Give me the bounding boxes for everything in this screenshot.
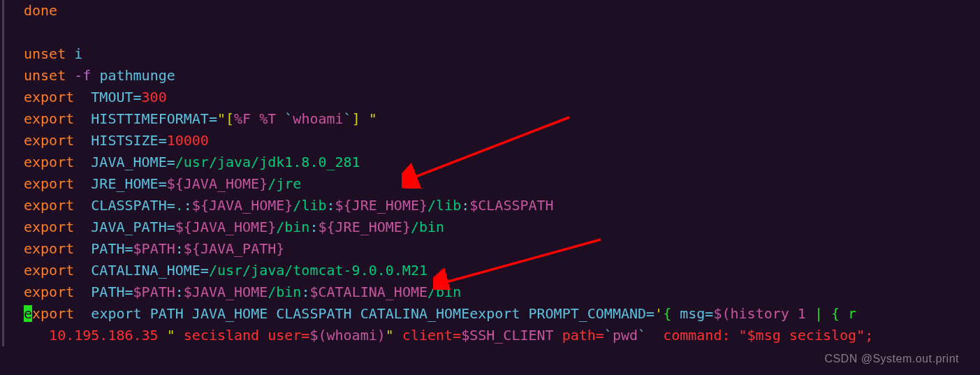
string: client= [394,327,461,344]
var-expr: $JAVA_HOME [184,284,268,300]
backtick: ` [604,327,613,344]
number: 300 [142,89,167,105]
pipe: | [814,305,823,322]
format: %F %T [234,110,276,127]
code-line: export JAVA_HOME=/usr/java/jdk1.8.0_281 [24,152,980,173]
var-expr: $SSH_CLIENT [461,327,553,344]
colon: : [461,197,469,214]
var-expr: ${JAVA_HOME} [192,197,293,214]
command: whoami [293,110,343,127]
code-line: done [24,0,980,22]
var-expr: ${JRE_HOME} [335,197,427,214]
variable: JAVA_PATH= [74,219,175,235]
code-line: export PATH=$PATH:${JAVA_PATH} [24,238,980,260]
string: "$msg secislog"; [739,327,874,344]
watermark-text: CSDN @System.out.print [824,351,959,368]
code-line: export HISTTIMEFORMAT="[%F %T `whoami`] … [24,108,980,130]
path-value: /usr/java/jdk1.8.0_281 [175,154,360,170]
variable: CATALINA_HOME= [74,262,209,279]
code-line: export JRE_HOME=${JAVA_HOME}/jre [24,173,980,195]
variable: PATH= [74,284,133,300]
code-editor[interactable]: done unset i unset -f pathmunge export T… [2,0,980,346]
colon: : [175,240,184,257]
keyword-export: export [24,197,74,214]
path-seg: /bin [411,219,444,235]
string: ] " [352,110,377,127]
keyword-export: export [24,132,74,149]
cursor-highlight: e [24,305,32,322]
subshell: $(history 1 [713,305,814,322]
var-expr: ${JAVA_HOME} [167,175,268,192]
path-seg: /lib [427,197,461,214]
backtick: ` [344,110,352,127]
colon: : [309,219,318,235]
var-expr: $CLASSPATH [469,197,553,214]
variable: i [66,45,82,62]
code-line [24,22,980,43]
path-seg: /bin [427,284,461,300]
ip-address: 10.195.186.35 [24,327,167,344]
msg-assign: msg= [671,305,713,322]
code-line: unset -f pathmunge [24,65,980,87]
var-expr: $CATALINA_HOME [309,284,427,300]
quote: " [167,327,175,344]
code-line: 10.195.186.35 " secisland user=$(whoami)… [24,325,980,346]
variable: JAVA_HOME= [74,154,175,170]
identifier-list: export PATH JAVA_HOME CLASSPATH CATALINA… [74,305,654,322]
path-seg: /lib [293,197,326,214]
keyword-export: export [24,284,74,300]
keyword-done: done [24,2,57,19]
keyword-export: xport [32,305,74,322]
variable: TMOUT= [74,89,141,105]
var-expr: $PATH [133,284,175,300]
path-seg: /bin [276,219,309,235]
flag: -f [66,67,91,84]
string: command: [646,327,738,344]
colon: : [175,284,184,300]
keyword-export: export [24,110,74,127]
variable: HISTSIZE= [74,132,166,149]
string: path= [554,327,604,344]
code-line: unset i [24,43,980,65]
number: 10000 [167,132,209,149]
keyword-unset: unset [24,45,66,62]
colon: : [327,197,335,214]
var-expr: $PATH [133,240,175,257]
backtick: ` [638,327,646,344]
variable: CLASSPATH= [74,197,175,214]
keyword-unset: unset [24,67,66,84]
code-line: export TMOUT=300 [24,87,980,108]
keyword-export: export [24,175,74,192]
variable: HISTTIMEFORMAT= [74,110,217,127]
path-value: /usr/java/tomcat-9.0.0.M21 [209,262,427,279]
keyword-export: export [24,240,74,257]
string: "[ [217,110,234,127]
var-expr: ${JRE_HOME} [318,219,410,235]
identifier: pathmunge [91,67,175,84]
string: secisland user= [175,327,310,344]
colon: : [301,284,309,300]
code-line: export CLASSPATH=.:${JAVA_HOME}/lib:${JR… [24,195,980,216]
code-line: export export PATH JAVA_HOME CLASSPATH C… [24,303,980,325]
quote: ' [654,305,663,322]
variable: PATH= [74,240,133,257]
path-seg: /bin [268,284,301,300]
brace: { [663,305,671,322]
backtick: ` [276,110,293,127]
dot: . [175,197,184,214]
keyword-export: export [24,154,74,170]
code-line: export JAVA_PATH=${JAVA_HOME}/bin:${JRE_… [24,216,980,238]
var-expr: ${JAVA_HOME} [175,219,277,235]
variable: JRE_HOME= [74,175,166,192]
subshell: $(whoami) [309,327,385,344]
keyword-export: export [24,89,74,105]
quote: " [386,327,394,344]
keyword-export: export [24,219,74,235]
brace: { r [823,305,856,322]
code-line: export HISTSIZE=10000 [24,130,980,152]
path-suffix: /jre [268,175,301,192]
command: pwd [613,327,638,344]
colon: : [184,197,192,214]
code-line: export PATH=$PATH:$JAVA_HOME/bin:$CATALI… [24,281,980,303]
var-expr: ${JAVA_PATH} [184,240,285,257]
